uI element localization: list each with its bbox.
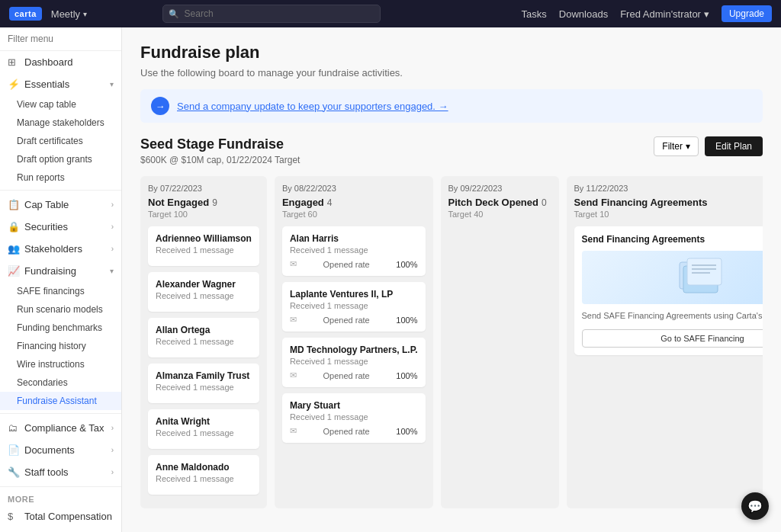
sidebar-sub-wire-instructions[interactable]: Wire instructions	[0, 355, 121, 373]
sidebar-item-total-compensation[interactable]: $ Total Compensation	[0, 505, 121, 527]
email-icon: ✉	[290, 370, 297, 380]
col-status-1: Engaged 4	[282, 197, 426, 208]
page-title: Fundraise plan	[140, 43, 763, 62]
search-container: 🔍	[162, 5, 381, 23]
securities-chevron-icon: ›	[111, 223, 114, 231]
col-target-1: Target 60	[282, 210, 426, 219]
sidebar-item-staff-tools[interactable]: 🔧 Staff tools ›	[0, 461, 121, 483]
essentials-chevron-icon: ▾	[110, 80, 114, 88]
upgrade-button[interactable]: Upgrade	[722, 5, 772, 22]
email-icon: ✉	[290, 315, 297, 325]
sidebar-sub-view-cap-table[interactable]: View cap table	[0, 95, 121, 114]
card-sub: Received 1 message	[156, 474, 252, 483]
company-selector[interactable]: Meetly ▾	[51, 8, 87, 20]
card-rate: ✉ Opened rate 100%	[290, 259, 418, 269]
card-sub: Received 1 message	[290, 357, 418, 366]
edit-plan-button[interactable]: Edit Plan	[705, 136, 763, 156]
card-sub: Received 1 message	[156, 245, 252, 255]
card-name: Adrienneo Williamson	[156, 233, 252, 244]
sidebar-item-documents[interactable]: 📄 Documents ›	[0, 439, 121, 461]
downloads-link[interactable]: Downloads	[559, 8, 608, 20]
kanban-col-pitch-deck: By 09/22/2023 Pitch Deck Opened 0 Target…	[441, 176, 559, 508]
card-rate: ✉ Opened rate 100%	[290, 426, 418, 436]
compliance-chevron-icon: ›	[111, 424, 114, 432]
sidebar-item-fundraising[interactable]: 📈 Fundraising ▾	[0, 260, 121, 282]
staff-tools-label: Staff tools	[24, 466, 69, 478]
search-input[interactable]	[162, 5, 381, 23]
kanban-card[interactable]: MD Technology Partners, L.P. Received 1 …	[282, 338, 426, 387]
fundraising-icon: 📈	[8, 265, 18, 277]
kanban-card[interactable]: Anita Wright Received 1 message	[148, 409, 259, 449]
card-name: Alexander Wagner	[156, 279, 252, 290]
card-name: Alan Harris	[290, 233, 418, 244]
total-compensation-label: Total Compensation	[24, 511, 112, 522]
kanban-card[interactable]: Almanza Family Trust Received 1 message	[148, 364, 259, 403]
sidebar-item-cap-table[interactable]: 📋 Cap Table ›	[0, 194, 121, 216]
kanban-card[interactable]: Mary Stuart Received 1 message ✉ Opened …	[282, 393, 426, 443]
compliance-icon: 🗂	[8, 422, 18, 434]
email-icon: ✉	[290, 426, 297, 436]
sidebar-item-company-settings[interactable]: 🏢 Company settings	[0, 527, 121, 532]
sidebar-item-securities[interactable]: 🔒 Securities ›	[0, 216, 121, 238]
card-name: Anne Maldonado	[156, 462, 252, 473]
sidebar-sub-draft-certificates[interactable]: Draft certificates	[0, 132, 121, 150]
opened-rate: 100%	[396, 260, 417, 269]
user-name: Fred Admin'strator	[620, 8, 701, 20]
col-target-3: Target 10	[574, 210, 763, 219]
chat-bubble-button[interactable]: 💬	[741, 492, 769, 520]
kanban-card[interactable]: Anne Maldonado Received 1 message	[148, 455, 259, 495]
kanban-card[interactable]: Alexander Wagner Received 1 message	[148, 272, 259, 312]
sidebar-sub-safe-financings[interactable]: SAFE financings	[0, 282, 121, 300]
staff-tools-chevron-icon: ›	[111, 468, 114, 476]
sidebar-sub-run-scenario-models[interactable]: Run scenario models	[0, 300, 121, 319]
financing-card-desc: Send SAFE Financing Agreements using Car…	[582, 310, 763, 322]
page-subtitle: Use the following board to manage your f…	[140, 67, 763, 79]
card-name: Laplante Ventures II, LP	[290, 289, 418, 300]
plan-header: Seed Stage Fundraise $600K @ $10M cap, 0…	[140, 136, 763, 165]
top-nav: carta Meetly ▾ 🔍 Tasks Downloads Fred Ad…	[0, 0, 781, 27]
plan-meta: $600K @ $10M cap, 01/22/2024 Target	[140, 155, 300, 165]
card-sub: Received 1 message	[156, 383, 252, 392]
kanban-card[interactable]: Adrienneo Williamson Received 1 message	[148, 226, 259, 266]
opened-rate: 100%	[396, 371, 417, 380]
company-chevron-icon: ▾	[83, 10, 87, 18]
sidebar-sub-funding-benchmarks[interactable]: Funding benchmarks	[0, 319, 121, 337]
user-menu[interactable]: Fred Admin'strator ▾	[620, 8, 709, 20]
sidebar-item-essentials[interactable]: ⚡ Essentials ▾	[0, 73, 121, 95]
kanban-card[interactable]: Alan Harris Received 1 message ✉ Opened …	[282, 226, 426, 276]
financing-agreements-card[interactable]: Send Financing Agreements Send SAFE Fina…	[574, 226, 763, 355]
sidebar-item-stakeholders[interactable]: 👥 Stakeholders ›	[0, 238, 121, 260]
kanban-card[interactable]: Allan Ortega Received 1 message	[148, 318, 259, 357]
more-label: MORE	[0, 490, 121, 505]
card-sub: Received 1 message	[156, 337, 252, 346]
sidebar-item-compliance-tax[interactable]: 🗂 Compliance & Tax ›	[0, 417, 121, 439]
sidebar-item-dashboard[interactable]: ⊞ Dashboard	[0, 51, 121, 73]
col-status-2: Pitch Deck Opened 0	[448, 197, 551, 208]
email-icon: ✉	[290, 259, 297, 269]
opened-rate: 100%	[396, 316, 417, 325]
cap-table-label: Cap Table	[24, 199, 69, 210]
dashboard-icon: ⊞	[8, 56, 18, 68]
sidebar-filter-input[interactable]	[8, 34, 122, 44]
total-compensation-icon: $	[8, 511, 18, 522]
sidebar-sub-financing-history[interactable]: Financing history	[0, 337, 121, 355]
card-name: Allan Ortega	[156, 325, 252, 335]
go-to-safe-financing-button[interactable]: Go to SAFE Financing	[582, 329, 763, 348]
kanban-card[interactable]: Laplante Ventures II, LP Received 1 mess…	[282, 282, 426, 332]
banner-link[interactable]: Send a company update to keep your suppo…	[177, 101, 448, 112]
opened-rate: 100%	[396, 427, 417, 436]
sidebar-sub-run-reports[interactable]: Run reports	[0, 168, 121, 187]
documents-chevron-icon: ›	[111, 446, 114, 454]
kanban-col-engaged: By 08/22/2023 Engaged 4 Target 60 Alan H…	[275, 176, 433, 508]
filter-label: Filter	[662, 141, 683, 152]
sidebar-sub-fundraise-assistant[interactable]: Fundraise Assistant	[0, 392, 121, 410]
card-name: Almanza Family Trust	[156, 370, 252, 381]
fundraising-label: Fundraising	[24, 265, 76, 277]
plan-title: Seed Stage Fundraise	[140, 136, 300, 152]
sidebar-sub-secondaries[interactable]: Secondaries	[0, 373, 121, 392]
tasks-link[interactable]: Tasks	[522, 8, 547, 20]
kanban-board: By 07/22/2023 Not Engaged 9 Target 100 A…	[140, 176, 763, 516]
sidebar-sub-draft-option-grants[interactable]: Draft option grants	[0, 150, 121, 168]
filter-button[interactable]: Filter ▾	[654, 136, 699, 156]
sidebar-sub-manage-stakeholders[interactable]: Manage stakeholders	[0, 114, 121, 132]
